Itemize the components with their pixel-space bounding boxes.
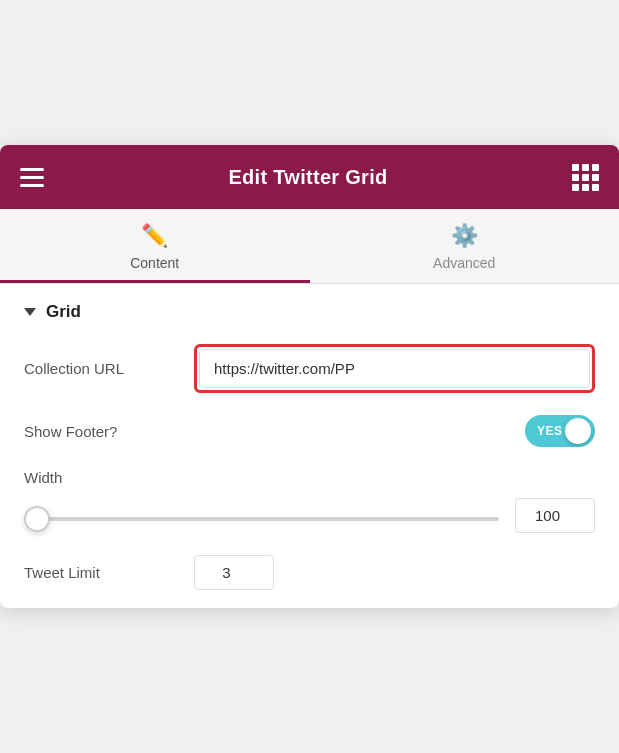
advanced-tab-label: Advanced (433, 255, 495, 271)
collection-url-input-wrapper (194, 344, 595, 393)
main-section: Grid Collection URL Show Footer? YES W (0, 284, 619, 608)
url-input-highlight (194, 344, 595, 393)
show-footer-control: YES (194, 415, 595, 447)
widget-container: Edit Twitter Grid ✏️ Content ⚙️ Advanced… (0, 145, 619, 608)
content-tab-icon: ✏️ (141, 223, 168, 249)
tab-content[interactable]: ✏️ Content (0, 209, 310, 283)
section-header: Grid (24, 302, 595, 322)
tweet-limit-row: Tweet Limit (24, 555, 595, 590)
toggle-yes-label: YES (537, 424, 563, 438)
show-footer-row: Show Footer? YES (24, 415, 595, 447)
section-title: Grid (46, 302, 81, 322)
hamburger-menu-button[interactable] (20, 168, 44, 187)
collection-url-input[interactable] (199, 349, 590, 388)
width-slider[interactable] (24, 517, 499, 521)
width-slider-row (24, 498, 595, 533)
header-title: Edit Twitter Grid (228, 166, 387, 189)
advanced-tab-icon: ⚙️ (451, 223, 478, 249)
show-footer-label: Show Footer? (24, 423, 194, 440)
show-footer-toggle[interactable]: YES (525, 415, 595, 447)
tweet-limit-label: Tweet Limit (24, 564, 194, 581)
width-section: Width (24, 469, 595, 533)
toggle-knob (565, 418, 591, 444)
chevron-down-icon (24, 308, 36, 316)
header: Edit Twitter Grid (0, 145, 619, 209)
collection-url-label: Collection URL (24, 360, 194, 377)
width-slider-wrapper (24, 507, 499, 525)
width-label: Width (24, 469, 595, 486)
apps-grid-button[interactable] (572, 164, 599, 191)
collection-url-row: Collection URL (24, 344, 595, 393)
content-tab-label: Content (130, 255, 179, 271)
tab-advanced[interactable]: ⚙️ Advanced (310, 209, 620, 283)
tweet-limit-input[interactable] (194, 555, 274, 590)
tabs-container: ✏️ Content ⚙️ Advanced (0, 209, 619, 284)
width-number-input[interactable] (515, 498, 595, 533)
